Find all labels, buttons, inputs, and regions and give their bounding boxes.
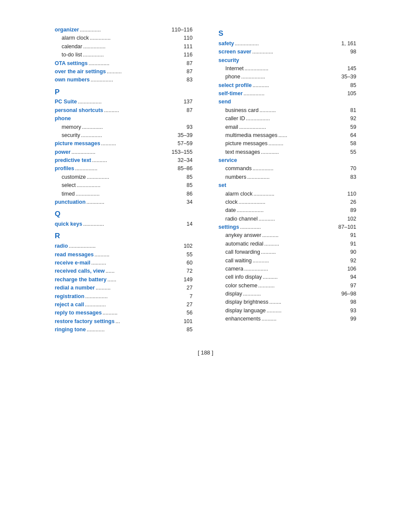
entry-page: 93	[343, 307, 356, 315]
entry-name-label: self-timer	[218, 90, 243, 98]
right-column: Ssafety................1, 161screen save…	[218, 26, 356, 334]
entry-page: 137	[180, 98, 193, 106]
entry-page: 87–101	[338, 223, 356, 231]
sub-entry-name-label: color scheme	[225, 282, 257, 290]
index-entry: over the air settings..........87	[55, 68, 193, 76]
index-entry: multimedia messages......64	[218, 131, 356, 140]
entry-dots: ................	[246, 115, 342, 123]
section-letter-label: S	[218, 28, 223, 39]
entry-name-label: radio	[55, 242, 68, 250]
index-entry: punctuation............34	[55, 198, 193, 206]
entry-page: 70	[343, 165, 356, 173]
entry-dots: ..............	[82, 123, 179, 131]
entry-page: 72	[180, 267, 193, 275]
entry-dots: ............	[87, 326, 179, 334]
sub-entry-name-label: text messages	[225, 148, 260, 156]
index-entry: read messages..........55	[55, 251, 193, 259]
entry-page: 97	[343, 282, 356, 290]
entry-name-label: ringing tone	[55, 326, 86, 334]
sub-entry-name-label: picture messages	[225, 140, 268, 148]
sub-entry-name-label: enhancements	[225, 315, 261, 323]
entry-dots: ................	[77, 181, 179, 190]
entry-page: 90	[343, 248, 356, 256]
index-entry: personal shortcuts..........87	[55, 106, 193, 115]
entry-dots: ...........	[258, 215, 342, 223]
entry-dots: ..........	[92, 156, 177, 165]
sub-entry-name-label: call forwarding	[225, 248, 260, 256]
entry-name-label: screen saver	[218, 48, 251, 56]
entry-page: 27	[180, 301, 193, 309]
index-entry: settings..............87–101	[218, 223, 356, 231]
index-entry: radio channel...........102	[218, 215, 356, 223]
entry-page: 105	[343, 90, 356, 98]
entry-page: 60	[180, 259, 193, 267]
index-entry: send	[218, 98, 356, 106]
entry-page: 1, 161	[341, 40, 356, 48]
sub-entry-name-label: display brightness	[225, 298, 268, 306]
index-entry: email..................59	[218, 123, 356, 131]
entry-page: 32–34	[177, 156, 193, 165]
index-entry: PC Suite................137	[55, 98, 193, 106]
entry-dots: ..............	[253, 190, 342, 198]
sub-entry-name-label: Internet	[225, 65, 243, 73]
index-entry: restore factory settings...101	[55, 317, 193, 326]
entry-page: 85–86	[177, 165, 193, 173]
entry-dots: ..............	[83, 220, 179, 228]
entry-name-label: safety	[218, 40, 234, 48]
entry-page: 83	[180, 76, 193, 84]
entry-dots: ..............	[83, 51, 179, 59]
entry-name-label: reply to messages	[55, 309, 102, 317]
entry-dots: ..................	[237, 206, 342, 215]
entry-page: 89	[343, 206, 356, 215]
sub-entry-name-label: date	[225, 206, 236, 215]
entry-dots: ...	[115, 317, 179, 326]
entry-dots: ............	[87, 198, 179, 206]
index-entry: customize...............85	[55, 173, 193, 181]
index-entry: automatic redial..........91	[218, 240, 356, 248]
entry-page: 94	[343, 273, 356, 281]
index-entry: display............96–98	[218, 290, 356, 298]
entry-dots: ..........	[96, 284, 179, 292]
entry-page: 87	[180, 68, 193, 76]
sub-entry-name-label: alarm clock	[62, 34, 89, 42]
index-entry: self-timer..............105	[218, 90, 356, 98]
entry-dots: ..........	[263, 273, 342, 281]
index-entry: call forwarding..........90	[218, 248, 356, 256]
index-entry: screen saver..............98	[218, 48, 356, 56]
index-entry: safety................1, 161	[218, 40, 356, 48]
entry-name-label: received calls, view	[55, 267, 105, 275]
entry-dots: ...............	[75, 165, 177, 173]
index-entry: numbers...............83	[218, 173, 356, 181]
entry-name-label: registration	[55, 292, 84, 301]
entry-dots: ...............	[87, 173, 179, 181]
entry-name-label: select profile	[218, 81, 252, 90]
sub-entry-name-label: memory	[62, 123, 81, 131]
index-entry: date..................89	[218, 206, 356, 215]
entry-dots: ..................	[239, 123, 342, 131]
entry-name-label: own numbers	[55, 76, 90, 84]
entry-dots: ..........	[101, 140, 177, 148]
entry-name-label: settings	[218, 223, 239, 231]
sub-entry-name-label: anykey answer	[225, 231, 261, 240]
entry-page: 83	[343, 173, 356, 181]
sub-entry-name-label: automatic redial	[225, 240, 263, 248]
entry-page: 85	[343, 81, 356, 90]
left-column: organizer..............110–116alarm cloc…	[55, 26, 193, 334]
entry-page: 98	[343, 48, 356, 56]
index-entry: camera................106	[218, 265, 356, 273]
entry-dots: ......	[107, 276, 179, 284]
entry-dots: ...........	[258, 282, 342, 290]
sub-entry-name-label: call waiting	[225, 257, 252, 265]
entry-page: 149	[180, 276, 193, 284]
entry-dots: ..........	[267, 307, 342, 315]
index-entry: P	[55, 87, 193, 97]
index-entry: R	[55, 231, 193, 241]
entry-page: 111	[180, 43, 193, 51]
entry-dots: ..........	[91, 259, 179, 267]
sub-entry-name-label: security	[62, 131, 80, 140]
sub-entry-name-label: calendar	[62, 43, 82, 51]
entry-page: 14	[180, 220, 193, 228]
entry-page: 101	[180, 317, 193, 326]
entry-dots: ..............	[243, 90, 342, 98]
entry-dots: ..................	[69, 242, 179, 250]
